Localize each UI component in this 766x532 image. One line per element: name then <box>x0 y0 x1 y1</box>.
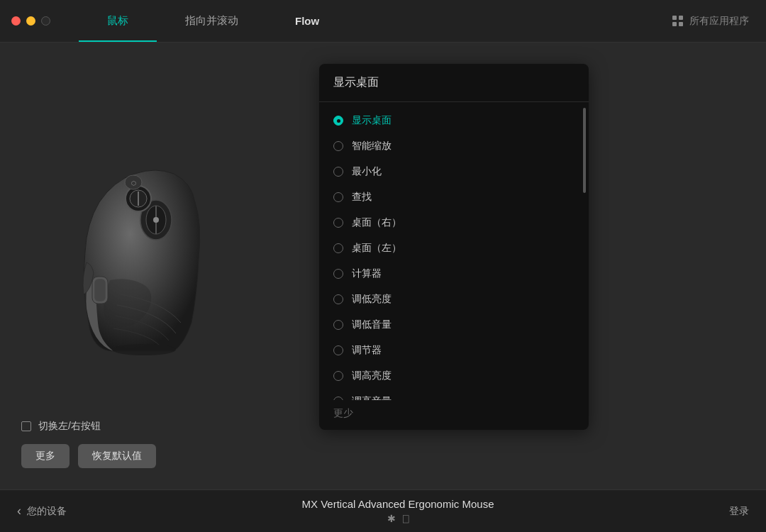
bluetooth-icon: ✱ <box>387 513 396 524</box>
left-panel: ⬡ 切换左/右按钮 更多 恢复默 <box>0 43 312 489</box>
device-info: MX Vertical Advanced Ergonomic Mouse ✱ ⎕ <box>302 498 494 524</box>
login-button[interactable]: 登录 <box>729 505 749 518</box>
maximize-button[interactable] <box>41 16 50 26</box>
radio-icon <box>333 371 343 381</box>
radio-icon <box>333 269 343 279</box>
bottom-controls: 切换左/右按钮 更多 恢复默认值 <box>21 420 156 468</box>
svg-point-3 <box>153 217 159 223</box>
dropdown-item-calculator[interactable]: 计算器 <box>319 261 589 287</box>
more-button[interactable]: 更多 <box>21 444 70 468</box>
close-button[interactable] <box>11 16 21 26</box>
device-name: MX Vertical Advanced Ergonomic Mouse <box>302 498 494 510</box>
scrollbar-thumb[interactable] <box>583 108 586 193</box>
mouse-illustration: ⬡ <box>57 145 255 387</box>
scrollbar-track <box>583 108 586 394</box>
all-apps-button[interactable]: 所有应用程序 <box>672 15 766 28</box>
action-dropdown: 显示桌面 显示桌面智能缩放最小化查找桌面（右）桌面（左）计算器调低亮度调低音量调… <box>319 64 589 430</box>
tab-pointer[interactable]: 指向并滚动 <box>157 0 267 42</box>
dropdown-item-minimize[interactable]: 最小化 <box>319 159 589 184</box>
dropdown-item-label: 调高音量 <box>352 395 392 400</box>
radio-icon <box>333 345 343 355</box>
back-to-devices[interactable]: ‹ 您的设备 <box>17 504 67 519</box>
dropdown-item-label: 桌面（左） <box>352 242 401 255</box>
tab-mouse[interactable]: 鼠标 <box>79 0 157 42</box>
dropdown-item-label: 调低音量 <box>352 318 392 331</box>
dropdown-item-label: 调节器 <box>352 344 382 357</box>
swap-buttons-checkbox[interactable] <box>21 421 31 431</box>
device-connection-icons: ✱ ⎕ <box>302 513 494 524</box>
dropdown-list: 显示桌面智能缩放最小化查找桌面（右）桌面（左）计算器调低亮度调低音量调节器调高亮… <box>319 102 589 400</box>
dropdown-item-show-desktop[interactable]: 显示桌面 <box>319 108 589 133</box>
back-label: 您的设备 <box>27 505 67 518</box>
dropdown-item-label: 查找 <box>352 191 372 204</box>
bottom-bar: ‹ 您的设备 MX Vertical Advanced Ergonomic Mo… <box>0 489 766 532</box>
dropdown-item-desktop-left[interactable]: 桌面（左） <box>319 235 589 261</box>
dropdown-item-brightness-up[interactable]: 调高亮度 <box>319 363 589 389</box>
action-buttons: 更多 恢复默认值 <box>21 444 156 468</box>
dropdown-item-label: 最小化 <box>352 165 382 178</box>
tabs: 鼠标 指向并滚动 Flow <box>79 0 672 42</box>
radio-icon <box>333 167 343 177</box>
swap-buttons-row: 切换左/右按钮 <box>21 420 156 433</box>
dropdown-item-find[interactable]: 查找 <box>319 184 589 210</box>
radio-icon <box>333 397 343 400</box>
dropdown-item-equalizer[interactable]: 调节器 <box>319 338 589 363</box>
radio-icon <box>333 218 343 228</box>
dropdown-item-volume-down[interactable]: 调低音量 <box>319 312 589 338</box>
radio-icon <box>333 141 343 151</box>
dropdown-header: 显示桌面 <box>319 64 589 102</box>
traffic-lights <box>0 16 50 26</box>
dropdown-item-label: 计算器 <box>352 267 382 280</box>
radio-icon <box>333 192 343 202</box>
dropdown-item-label: 调低亮度 <box>352 293 392 306</box>
svg-point-11 <box>112 344 176 355</box>
chevron-left-icon: ‹ <box>17 504 21 519</box>
swap-buttons-label: 切换左/右按钮 <box>38 420 101 433</box>
dropdown-item-brightness-down[interactable]: 调低亮度 <box>319 287 589 312</box>
radio-icon <box>333 320 343 330</box>
right-panel: 显示桌面 显示桌面智能缩放最小化查找桌面（右）桌面（左）计算器调低亮度调低音量调… <box>312 43 766 489</box>
dropdown-item-label: 桌面（右） <box>352 216 401 229</box>
radio-icon <box>333 116 343 126</box>
main-content: ⬡ 切换左/右按钮 更多 恢复默 <box>0 43 766 489</box>
usb-icon: ⎕ <box>403 513 409 524</box>
minimize-button[interactable] <box>26 16 35 26</box>
dropdown-item-desktop-right[interactable]: 桌面（右） <box>319 210 589 235</box>
svg-rect-10 <box>94 279 106 301</box>
svg-text:⬡: ⬡ <box>131 180 136 187</box>
dropdown-item-label: 调高亮度 <box>352 370 392 382</box>
radio-icon <box>333 243 343 253</box>
radio-icon <box>333 294 343 304</box>
grid-icon <box>672 16 684 27</box>
dropdown-item-volume-up[interactable]: 调高音量 <box>319 389 589 400</box>
dropdown-item-smart-zoom[interactable]: 智能缩放 <box>319 133 589 159</box>
more-less-toggle[interactable]: 更少 <box>319 400 589 430</box>
tab-flow[interactable]: Flow <box>267 0 348 42</box>
titlebar: 鼠标 指向并滚动 Flow 所有应用程序 <box>0 0 766 43</box>
restore-defaults-button[interactable]: 恢复默认值 <box>78 444 156 468</box>
dropdown-item-label: 显示桌面 <box>352 114 392 127</box>
dropdown-item-label: 智能缩放 <box>352 140 392 153</box>
